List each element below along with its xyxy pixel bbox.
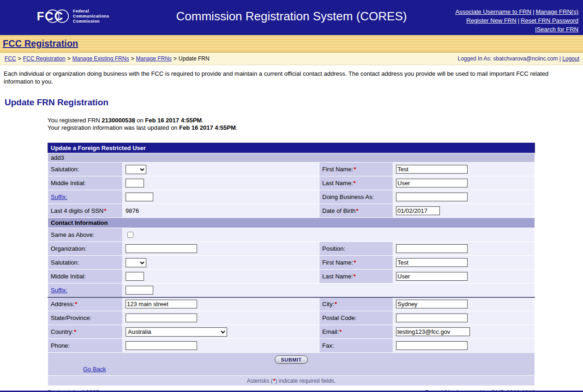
contact-first-name-cell (393, 256, 535, 270)
contact-suffix-input[interactable] (126, 286, 153, 295)
reg-line1-on: on (135, 117, 145, 124)
fcc-registration-link[interactable]: FCC Registration (3, 38, 78, 49)
contact-salutation-label: Salutation: (48, 256, 123, 270)
logout-link[interactable]: Logout (562, 55, 579, 62)
fax-label: Fax: (319, 339, 393, 353)
contact-suffix-link[interactable]: Suffix: (51, 287, 67, 294)
required-asterisk: * (339, 328, 342, 335)
reg-line1-period: . (202, 117, 204, 124)
required-asterisk: * (356, 207, 358, 214)
dba-input[interactable] (396, 193, 468, 201)
state-province-input[interactable] (126, 314, 197, 322)
contact-salutation-select[interactable] (126, 258, 146, 267)
contact-last-name-cell (393, 270, 535, 283)
breadcrumb-fcc-registration[interactable]: FCC Registration (23, 55, 66, 62)
middle-initial-cell (123, 176, 319, 190)
dob-cell (393, 204, 535, 218)
same-as-above-checkbox[interactable] (127, 232, 133, 238)
address-cell (123, 297, 319, 311)
fax-input[interactable] (396, 341, 468, 350)
contact-middle-initial-input[interactable] (126, 272, 144, 281)
organization-input[interactable] (126, 244, 197, 253)
dob-label: Date of Birth* (319, 204, 393, 218)
contact-first-name-label: First Name:* (319, 256, 393, 270)
breadcrumb-bar: FCC>FCC Registration>Manage Existing FRN… (0, 53, 583, 65)
same-as-above-label: Same as Above: (48, 228, 123, 242)
salutation-label: Salutation: (48, 163, 123, 176)
first-name-input[interactable] (396, 165, 468, 174)
suffix-input[interactable] (126, 193, 153, 201)
submit-row: SUBMIT Go Back (48, 353, 535, 376)
contact-last-name-label: Last Name:* (319, 270, 393, 283)
ssn-label: Last 4 digits of SSN* (48, 204, 123, 218)
country-label-text: Country: (51, 328, 73, 335)
postal-code-label: Postal Code: (319, 311, 393, 325)
table-row: Address:* City:* (48, 297, 535, 311)
table-row: Salutation: First Name:* (48, 256, 535, 270)
logged-in-status: Logged In As: sbatchvarova@nciinc.com | … (458, 55, 579, 62)
breadcrumb-separator: > (67, 55, 71, 62)
register-new-frn-link[interactable]: Register New FRN (466, 17, 516, 24)
submit-button[interactable]: SUBMIT (275, 356, 307, 364)
link-divider: | (518, 17, 519, 24)
registration-line-1: You registered FRN 2130000538 on Feb 16 … (48, 117, 583, 124)
frn-nickname-row: add3 (48, 153, 535, 163)
table-row: Middle Initial: Last Name:* (48, 176, 535, 190)
registered-date: Feb 16 2017 4:55PM (145, 117, 202, 124)
table-row: Organization: Position: (48, 242, 535, 256)
email-input[interactable] (396, 327, 470, 336)
required-asterisk: * (74, 328, 76, 335)
middle-initial-input[interactable] (126, 179, 144, 187)
suffix-link[interactable]: Suffix: (51, 193, 67, 200)
breadcrumb-separator: > (18, 55, 21, 62)
ssn-value: 9876 (123, 204, 319, 218)
reset-frn-password-link[interactable]: Reset FRN Password (521, 17, 578, 24)
position-input[interactable] (396, 244, 468, 253)
contact-suffix-label: Suffix: (48, 283, 123, 297)
salutation-select[interactable] (126, 165, 146, 174)
suffix-cell (123, 190, 319, 204)
required-asterisk: * (335, 301, 337, 308)
intro-text: Each individual or organization doing bu… (4, 70, 577, 85)
search-for-frn-link[interactable]: Search for FRN (537, 26, 578, 33)
last-name-label-text: Last Name: (322, 180, 353, 187)
ssn-label-text: Last 4 digits of SSN (51, 207, 103, 214)
last-name-label: Last Name:* (319, 176, 393, 190)
manage-frns-link[interactable]: Manage FRN(s) (536, 8, 578, 15)
contact-last-name-input[interactable] (396, 272, 468, 281)
city-label: City:* (319, 297, 393, 311)
address-label-text: Address: (51, 301, 74, 308)
breadcrumb-fcc[interactable]: FCC (5, 55, 16, 62)
table-row: Suffix: Doing Business As: (48, 190, 535, 204)
required-asterisk: * (353, 180, 355, 187)
city-input[interactable] (396, 300, 468, 308)
contact-middle-initial-cell (123, 270, 319, 283)
dob-input[interactable] (396, 206, 440, 215)
phone-input[interactable] (126, 341, 197, 350)
table-row: Asterisks (*) indicate required fields. (48, 376, 535, 386)
country-cell: Australia (123, 325, 319, 339)
contact-first-name-input[interactable] (396, 258, 468, 267)
first-name-label: First Name:* (319, 163, 393, 176)
required-asterisk: * (104, 207, 106, 214)
last-name-input[interactable] (396, 179, 468, 187)
dob-label-text: Date of Birth (322, 207, 355, 214)
contact-information-header: Contact Information (48, 218, 535, 228)
frn-number: 2130000538 (102, 117, 135, 124)
postal-code-input[interactable] (396, 314, 468, 322)
breadcrumb-manage-frns[interactable]: Manage FRNs (136, 55, 171, 62)
salutation-cell (123, 163, 319, 176)
country-select[interactable]: Australia (126, 327, 227, 337)
header-links: Associate Username to FRN|Manage FRN(s) … (455, 7, 578, 34)
page-title: Update FRN Registration (5, 97, 583, 108)
contact-middle-initial-label: Middle Initial: (48, 270, 123, 283)
go-back-link[interactable]: Go Back (83, 366, 106, 373)
updated-date: Feb 16 2017 4:55PM (179, 124, 236, 131)
fax-cell (393, 339, 535, 353)
email-label: Email:* (319, 325, 393, 339)
address-input[interactable] (126, 300, 197, 308)
link-divider: | (533, 8, 534, 15)
breadcrumb-manage-existing-frns[interactable]: Manage Existing FRNs (72, 55, 129, 62)
table-row: Same as Above: (48, 228, 535, 242)
associate-username-link[interactable]: Associate Username to FRN (455, 8, 531, 15)
